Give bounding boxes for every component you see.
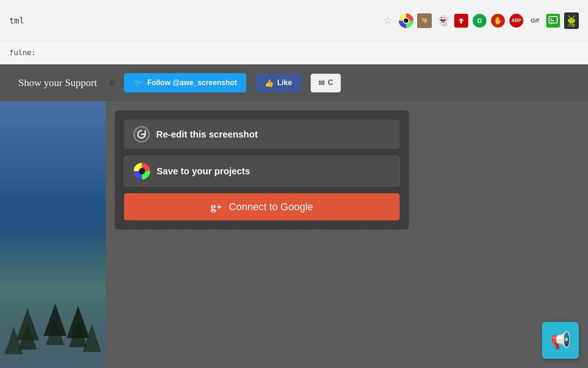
save-label: Save to your projects (157, 166, 250, 177)
megaphone-icon: 📢 (550, 331, 571, 350)
svg-rect-1 (549, 17, 557, 23)
svg-rect-5 (568, 19, 569, 22)
save-icon (134, 163, 150, 179)
svg-marker-14 (44, 304, 67, 336)
save-projects-button[interactable]: Save to your projects (124, 156, 400, 186)
svg-point-9 (570, 18, 571, 19)
svg-point-10 (572, 18, 573, 19)
svg-marker-0 (458, 18, 464, 23)
megaphone-button[interactable]: 📢 (542, 322, 579, 359)
main-content: Re-edit this screenshot Save to your pro… (0, 101, 588, 368)
svg-rect-2 (550, 18, 552, 19)
connect-google-label: Connect to Google (229, 201, 313, 213)
facebook-like-button[interactable]: 👍 Like (255, 74, 301, 92)
re-edit-icon (133, 126, 150, 143)
toolbar-icons: ☆ 🐪 👻 (380, 13, 579, 28)
tab-title: tml (9, 16, 24, 25)
like-btn-label: Like (277, 79, 292, 87)
android-badge-icon[interactable]: 739 (564, 13, 579, 28)
email-button[interactable]: ✉ C (311, 74, 341, 92)
support-bar: Show your Support ♥ 🐦 Follow @awe_screen… (0, 64, 588, 101)
awe-screenshot-icon[interactable] (399, 13, 413, 28)
re-edit-button[interactable]: Re-edit this screenshot (124, 120, 400, 149)
thumbs-up-icon: 👍 (265, 79, 274, 87)
red-arrow-icon[interactable] (454, 13, 469, 28)
twitter-bird-icon: 🐦 (133, 78, 143, 88)
twitter-follow-button[interactable]: 🐦 Follow @awe_screenshot (124, 73, 246, 92)
abp-icon[interactable]: ABP (509, 13, 524, 28)
email-icon: ✉ (318, 79, 324, 87)
stop-hand-icon[interactable]: ✋ (491, 13, 505, 28)
email-btn-label: C (328, 79, 334, 87)
chrome-toolbar: tml ☆ 🐪 👻 (0, 0, 588, 41)
heart-icon: ♥ (108, 76, 115, 89)
svg-marker-12 (16, 308, 39, 340)
camel-icon[interactable]: 🐪 (417, 13, 432, 28)
sub-toolbar: fulne: (0, 41, 588, 64)
svg-marker-16 (67, 306, 90, 338)
google-plus-icon: g+ (210, 201, 222, 213)
support-text: Show your Support (18, 77, 97, 89)
re-edit-label: Re-edit this screenshot (156, 129, 258, 140)
svg-rect-6 (574, 19, 575, 22)
connect-google-button[interactable]: g+ Connect to Google (124, 193, 400, 220)
green-chat-icon[interactable] (546, 13, 560, 28)
twitter-btn-label: Follow @awe_screenshot (147, 79, 237, 87)
landscape-image (0, 101, 106, 368)
page-subtitle: fulne: (9, 48, 36, 57)
grammarly-icon[interactable]: G (472, 13, 487, 28)
ghost-icon[interactable]: 👻 (435, 13, 450, 28)
landscape-trees (0, 101, 106, 368)
action-panel: Re-edit this screenshot Save to your pro… (115, 110, 409, 230)
gif-icon[interactable]: Gif (527, 13, 542, 28)
star-icon[interactable]: ☆ (380, 13, 395, 28)
svg-rect-3 (550, 20, 554, 21)
